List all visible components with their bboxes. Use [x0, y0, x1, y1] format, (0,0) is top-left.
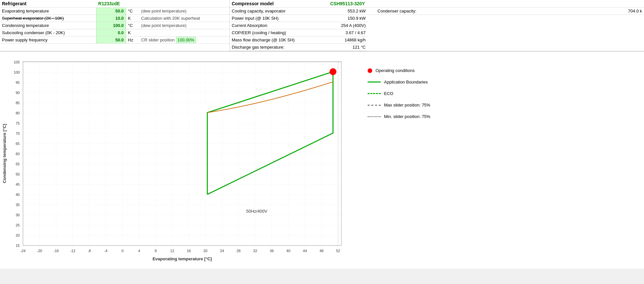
- svg-text:15: 15: [16, 244, 20, 248]
- svg-text:28: 28: [237, 249, 241, 253]
- svg-text:0: 0: [121, 249, 123, 253]
- left-param-value-3[interactable]: 0.0: [96, 29, 126, 36]
- svg-text:90: 90: [16, 91, 20, 95]
- left-param-note-4: CR slider position 100.00%: [139, 36, 229, 44]
- min-slider-label: Min. slider position: 75%: [384, 114, 430, 119]
- left-param-unit-4: Hz: [126, 36, 139, 44]
- right-result-value-1: 150.9 kW: [328, 15, 368, 22]
- svg-text:75: 75: [16, 121, 20, 125]
- svg-text:Condensing temperature [°C]: Condensing temperature [°C]: [2, 124, 7, 183]
- svg-text:48: 48: [319, 249, 323, 253]
- application-boundaries-label: Application Boundaries: [384, 80, 428, 84]
- svg-text:70: 70: [16, 131, 20, 135]
- svg-text:24: 24: [220, 249, 224, 253]
- svg-text:-16: -16: [54, 249, 59, 253]
- operating-conditions-label: Operating conditions: [376, 68, 415, 73]
- left-param-unit-3: K: [126, 29, 139, 36]
- left-param-value-4[interactable]: 50.0: [96, 36, 126, 44]
- svg-text:85: 85: [16, 101, 20, 105]
- application-boundaries-line: [368, 82, 381, 83]
- left-param-value-2[interactable]: 100.0: [96, 22, 126, 29]
- svg-text:20: 20: [204, 249, 207, 253]
- svg-text:36: 36: [270, 249, 274, 253]
- svg-text:95: 95: [16, 81, 20, 84]
- svg-text:52: 52: [336, 249, 340, 253]
- svg-text:45: 45: [16, 182, 20, 186]
- svg-text:32: 32: [253, 249, 257, 253]
- right-result-label-5: Discharge gas temperature:: [230, 44, 328, 51]
- left-param-label-4: Power supply frequency: [0, 36, 96, 44]
- legend-application-boundaries: Application Boundaries: [368, 80, 637, 84]
- compressor-label: Compressor model: [230, 0, 328, 8]
- svg-text:20: 20: [16, 233, 20, 237]
- left-param-unit-0: °C: [126, 8, 139, 15]
- svg-text:65: 65: [16, 142, 20, 146]
- operating-conditions-dot: [368, 68, 372, 73]
- max-slider-line: [368, 105, 381, 106]
- svg-text:40: 40: [16, 193, 20, 197]
- left-param-value-1[interactable]: 10.0: [96, 15, 126, 22]
- eco-line: [368, 93, 381, 94]
- legend-area: Operating conditions Application Boundar…: [361, 55, 644, 265]
- svg-text:50Hz/400V: 50Hz/400V: [246, 209, 268, 214]
- svg-text:-24: -24: [20, 249, 26, 253]
- left-param-note-1: Calculation with 20K superheat: [139, 15, 229, 22]
- max-slider-label: Max slider position: 75%: [384, 103, 430, 107]
- left-param-note-3: [139, 29, 229, 36]
- left-param-note-2: (dew point temperature): [139, 22, 229, 29]
- right-result-value-2: 254 A (400V): [328, 22, 368, 29]
- svg-text:50: 50: [16, 172, 20, 176]
- svg-text:-8: -8: [88, 249, 91, 253]
- right-result-label-2: Current Absorption: [230, 22, 328, 29]
- svg-text:-20: -20: [37, 249, 42, 253]
- svg-text:100: 100: [14, 70, 20, 74]
- right-result-value-0: 553.2 kW: [328, 8, 368, 15]
- legend-eco: ECO: [368, 91, 637, 96]
- svg-text:12: 12: [170, 249, 174, 253]
- left-param-label-2: Condensing temperature: [0, 22, 96, 29]
- eco-label: ECO: [384, 91, 393, 96]
- left-param-label-3: Subcooling condenser (0K - 20K): [0, 29, 96, 36]
- svg-text:105: 105: [14, 60, 20, 64]
- svg-text:25: 25: [16, 223, 20, 227]
- right-result-label-1: Power input (@ 10K SH): [230, 15, 328, 22]
- left-param-note-0: (dew point temperature): [139, 8, 229, 15]
- refrigerant-value: R1233zdE: [96, 0, 229, 8]
- svg-rect-0: [23, 61, 341, 246]
- svg-text:35: 35: [16, 203, 20, 207]
- svg-point-81: [330, 68, 336, 75]
- svg-text:60: 60: [16, 152, 20, 156]
- legend-max-slider: Max slider position: 75%: [368, 103, 637, 107]
- svg-text:40: 40: [286, 249, 290, 253]
- right-result-value-4: 14868 kg/h: [328, 36, 368, 44]
- left-param-unit-2: °C: [126, 22, 139, 29]
- right-result-label-3: COP/EER (cooling / heating): [230, 29, 328, 36]
- right-result-value-3: 3.67 / 4.67: [328, 29, 368, 36]
- right-result-value-5: 121 °C: [328, 44, 368, 51]
- left-param-label-0: Evaporating temperature: [0, 8, 96, 15]
- right-result-label-0: Cooling capacity, evaporator: [230, 8, 328, 15]
- svg-text:16: 16: [187, 249, 191, 253]
- right-extra-value-0: 704.0 k: [605, 8, 644, 15]
- compressor-value: CSH95113-320Y: [328, 0, 644, 8]
- svg-text:30: 30: [16, 213, 20, 217]
- legend-min-slider: Min. slider position: 75%: [368, 114, 637, 119]
- chart-svg: -24 -20 -16 -12 -8 -4 0 4 8 12 16 20 24 …: [0, 55, 348, 265]
- svg-text:80: 80: [16, 111, 20, 115]
- svg-text:44: 44: [303, 249, 307, 253]
- svg-text:Evaporating temperature [°C]: Evaporating temperature [°C]: [153, 256, 212, 261]
- svg-text:-12: -12: [70, 249, 75, 253]
- svg-text:4: 4: [138, 249, 140, 253]
- left-param-unit-1: K: [126, 15, 139, 22]
- svg-text:55: 55: [16, 162, 20, 166]
- left-param-label-1: Superheat evaporator (2K - 10K): [0, 15, 96, 22]
- right-extra-label-0: Condenser capacity:: [368, 8, 605, 15]
- right-result-label-4: Mass flow discharge (@ 10K SH): [230, 36, 328, 44]
- legend-operating-conditions: Operating conditions: [368, 68, 637, 73]
- svg-text:-4: -4: [104, 249, 108, 253]
- min-slider-line: [368, 116, 381, 117]
- refrigerant-label: Refrigerant: [0, 0, 96, 8]
- svg-text:8: 8: [155, 249, 157, 253]
- left-param-value-0[interactable]: 50.0: [96, 8, 126, 15]
